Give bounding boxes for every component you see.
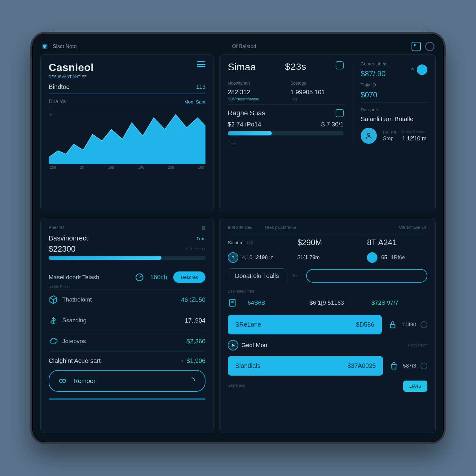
panel-accounts: Boestaz ▦ Basvinonrect Trus $22300 S Mut… bbox=[40, 218, 214, 433]
arrow-icon: ➤ bbox=[228, 340, 238, 350]
svg-point-2 bbox=[60, 379, 63, 382]
window-icon[interactable] bbox=[412, 42, 421, 51]
menu-icon[interactable] bbox=[197, 61, 205, 67]
grid-icon[interactable]: ▦ bbox=[201, 225, 205, 230]
overview-row-1[interactable]: Bindtoc 113 bbox=[49, 79, 205, 94]
cell-2-label: Sostogs bbox=[290, 81, 344, 86]
cell-2-value: 1 99905 101 bbox=[290, 89, 344, 96]
gauge-icon bbox=[135, 273, 144, 282]
panel-summary: Simaa $23s Noov/tshart 282 312 SOVrdests… bbox=[219, 54, 436, 212]
status-left-text: Sisct Noto bbox=[53, 43, 77, 50]
row2-label: Dua Ya bbox=[49, 99, 66, 105]
spark-icon[interactable] bbox=[336, 61, 344, 69]
chip-row[interactable]: 651Rf6e bbox=[367, 252, 427, 263]
dollar-icon bbox=[49, 316, 58, 325]
area-chart: Q bbox=[49, 111, 205, 164]
active-tab[interactable]: Dooat oiu Tealls bbox=[228, 268, 286, 283]
power-icon[interactable] bbox=[425, 42, 434, 51]
list-item[interactable]: Ssazding 17..904 bbox=[49, 310, 205, 331]
avatar-small-icon[interactable] bbox=[417, 64, 427, 75]
side-value-2: 587t3 bbox=[389, 361, 427, 371]
metric-value: $22300 bbox=[49, 244, 76, 254]
chevron-icon bbox=[187, 376, 196, 386]
tab-item[interactable]: Dres psichtnone bbox=[265, 225, 296, 230]
svg-point-3 bbox=[63, 379, 66, 382]
panel-details: Inet atte Ces Dres psichtnone Vitrdoncwe… bbox=[219, 218, 436, 433]
chart-y-marker: Q bbox=[49, 112, 52, 116]
svg-point-0 bbox=[368, 133, 370, 136]
range-value-r: $ 7 30/1 bbox=[321, 121, 344, 128]
deposits-label: Dossarts bbox=[361, 107, 378, 112]
chip-row[interactable]: ?4,102198 :n bbox=[228, 252, 288, 263]
account-row[interactable]: Clalghint Acuersart •$1,906 bbox=[49, 351, 205, 370]
profile-name: Salanliit am Bntalle bbox=[361, 116, 427, 123]
section-value: 160ch bbox=[150, 274, 167, 281]
action-button-1[interactable]: SReLone $D586 bbox=[228, 315, 382, 334]
lock-icon bbox=[388, 320, 397, 329]
list-value: $2,360 bbox=[187, 338, 205, 345]
cell-1-sub: SOVrdestsrinantoc bbox=[228, 97, 281, 101]
status-center-text: Of Baistod bbox=[232, 44, 256, 49]
footer-button[interactable]: LIA4S bbox=[403, 381, 427, 392]
side-value-1: 10430 bbox=[388, 320, 427, 329]
list-item[interactable]: Thatbelomt 46 :ZL50 bbox=[49, 289, 205, 310]
accounts-hdr: Boestaz bbox=[49, 225, 64, 230]
bag-icon bbox=[389, 361, 399, 371]
tablet-frame: Sisct Noto Of Baistod Casnieol DES ISVAN… bbox=[30, 32, 446, 444]
tab-item[interactable]: Inet atte Ces bbox=[228, 225, 252, 230]
cell-1-label: Noov/tshart bbox=[228, 81, 281, 86]
status-bar: Sisct Noto Of Baistod bbox=[40, 41, 436, 54]
overview-row-2[interactable]: Dua Ya Monf Sant bbox=[49, 94, 205, 108]
stat-label: Salot m bbox=[228, 240, 244, 245]
section-label: Masel doorit Telash bbox=[49, 274, 99, 281]
cell-3-value: $87/.90 bbox=[361, 69, 387, 78]
section-button[interactable]: Desores bbox=[173, 271, 205, 283]
range-label: Ragne Suas bbox=[228, 109, 265, 117]
row1-label: Bindtoc bbox=[49, 83, 69, 90]
search-pill[interactable] bbox=[306, 269, 427, 283]
panel-overview: Casnieol DES ISVANT ANTIEE Bindtoc 113 D… bbox=[40, 54, 214, 212]
refresh-icon[interactable] bbox=[336, 109, 344, 117]
cell-4-label: Tnfial O bbox=[361, 82, 427, 87]
section-sub: bo tair Pritaei bbox=[49, 285, 205, 289]
row-geo-side: Calovs lub t bbox=[408, 343, 427, 347]
summary-title: Simaa bbox=[228, 61, 256, 73]
metric-label: Basvinonrect bbox=[49, 234, 88, 242]
row1-value: 113 bbox=[196, 84, 205, 90]
help-icon[interactable]: ? bbox=[228, 252, 238, 263]
list-header: Des Notauríhats bbox=[228, 289, 255, 293]
tab-item[interactable]: Vitrdoncwe sm bbox=[399, 225, 427, 230]
notif-badge: 9 bbox=[411, 67, 414, 72]
chip-row: $1{1 79m bbox=[298, 252, 358, 263]
app-logo-icon bbox=[42, 43, 48, 50]
data-row[interactable]: 64S6B $6 1[9 51163 $72S 97/7 bbox=[228, 294, 427, 312]
doc-icon bbox=[228, 298, 237, 307]
metric-note: S Mutbitnes bbox=[186, 247, 205, 251]
p2-value: 1 12'10 m bbox=[402, 135, 427, 142]
row2-value: Monf Sant bbox=[184, 99, 205, 104]
metric-tab[interactable]: Trus bbox=[196, 236, 205, 241]
p1-value: Srop bbox=[383, 136, 396, 141]
link-icon bbox=[58, 376, 67, 386]
svg-rect-5 bbox=[390, 324, 395, 328]
avatar-icon[interactable] bbox=[361, 128, 377, 144]
p1-label: He Tern bbox=[383, 130, 396, 134]
list-value: 17..904 bbox=[185, 317, 205, 324]
cell-2-sub: Ifida bbox=[290, 97, 344, 101]
radio-icon[interactable] bbox=[421, 321, 427, 328]
range-value-l: $2 74 ıPo14 bbox=[228, 121, 261, 128]
list-item[interactable]: Joteovos $2,360 bbox=[49, 331, 205, 351]
stat-value: 8T A241 bbox=[367, 238, 427, 247]
range-sub: Hote bbox=[228, 142, 236, 146]
detail-tabs: Inet atte Ces Dres psichtnone Vitrdoncwe… bbox=[228, 225, 427, 233]
cube-icon bbox=[49, 295, 58, 304]
footer-label: h007h lest bbox=[228, 384, 245, 388]
action-button-2[interactable]: Siandials $37A0025 bbox=[228, 356, 383, 376]
account-label: Clalghint Acuersart bbox=[49, 357, 101, 364]
primary-cta-button[interactable]: Remoer bbox=[49, 370, 205, 392]
radio-icon[interactable] bbox=[421, 363, 427, 369]
row-geo[interactable]: ➤ Geot Mon bbox=[228, 340, 402, 350]
metric-progress bbox=[49, 256, 205, 260]
dot-icon[interactable] bbox=[367, 252, 377, 263]
cell-1-value: 282 312 bbox=[228, 89, 281, 96]
